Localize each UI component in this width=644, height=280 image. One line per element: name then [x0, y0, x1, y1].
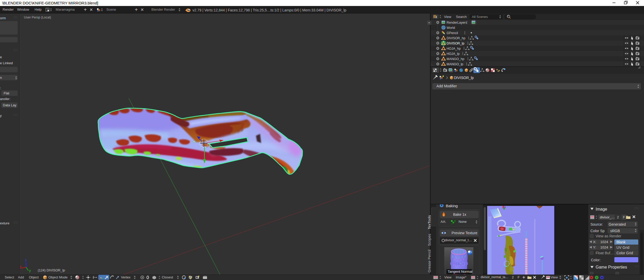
svg-text:RenderLayers: RenderLayers	[447, 21, 467, 24]
svg-text:z: z	[25, 259, 27, 262]
svg-text:World: World	[447, 26, 455, 30]
svg-text:MANGO_hp: MANGO_hp	[447, 57, 464, 61]
svg-text:Baking: Baking	[446, 204, 458, 208]
svg-text:HOJA_hp: HOJA_hp	[447, 47, 461, 50]
svg-text:GPencil: GPencil	[447, 31, 458, 35]
svg-text:HOJA_lp: HOJA_lp	[447, 52, 460, 56]
svg-text:DIVISOR_lp: DIVISOR_lp	[447, 42, 464, 45]
svg-text:DIVISOR_hp: DIVISOR_hp	[447, 36, 465, 40]
svg-text:x: x	[20, 264, 22, 268]
svg-text:y: y	[29, 269, 31, 272]
svg-text:MANGO_lp: MANGO_lp	[447, 62, 463, 66]
